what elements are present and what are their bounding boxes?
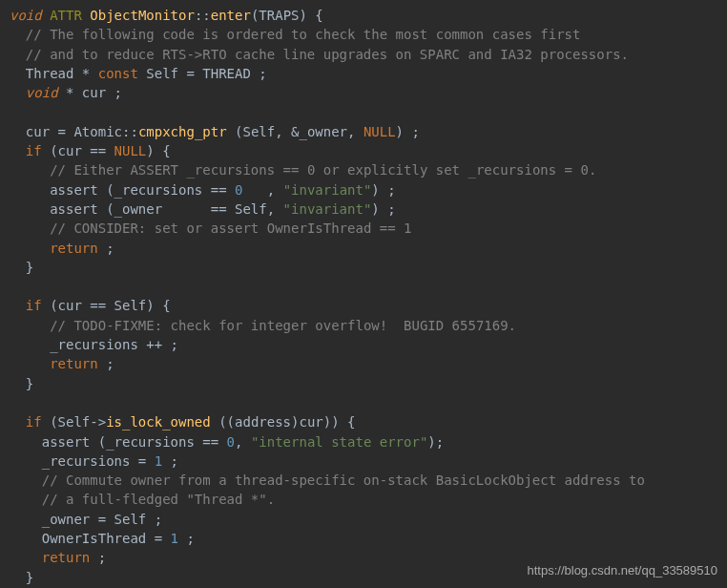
string-literal: "invariant" [283,201,372,217]
semi: ; [162,453,178,469]
decl-self: Self = THREAD ; [138,66,267,81]
decl-thread: Thread * [26,66,98,81]
null-literal: NULL [364,124,396,139]
cond-end: ((address)cur)) { [211,414,356,430]
keyword-void: void [10,8,42,23]
class-name: ObjectMonitor [90,8,195,23]
cond: (Self-> [42,414,106,430]
comment: // TODO-FIXME: check for integer overflo… [50,318,516,333]
keyword-return: return [50,356,98,371]
assert-end: ) ; [371,182,395,198]
fn-enter: enter [211,8,251,23]
keyword-return: return [50,241,98,256]
watermark-text: https://blog.csdn.net/qq_33589510 [528,562,718,580]
assert-end: ) ; [371,201,395,217]
brace-close: } [26,570,33,585]
param-traps: TRAPS [259,8,299,23]
paren-close-brace: ) { [300,8,323,23]
decl-cur: * cur ; [58,85,122,100]
stmt: _recursions = [42,453,155,469]
string-literal: "internal state error" [251,434,427,450]
args-end: ) ; [396,124,420,139]
assert-call: assert (_recursions == [50,182,235,198]
assert-call: assert (_recursions == [42,434,227,450]
assign-cur: cur = Atomic:: [26,124,138,139]
comment: // CONSIDER: set or assert OwnerIsThread… [50,220,411,236]
keyword-if: if [26,298,42,313]
keyword-if: if [26,143,42,158]
macro-attr: ATTR [50,8,82,23]
cond: (cur == [42,143,114,158]
keyword-const: const [98,66,138,81]
number-literal: 1 [155,453,162,469]
brace-close: } [26,376,33,391]
code-block: void ATTR ObjectMonitor::enter(TRAPS) { … [0,0,727,588]
comment: // The following code is ordered to chec… [26,27,581,42]
assert-sep: , [242,182,282,198]
null-literal: NULL [114,143,147,158]
scope-op: :: [195,8,211,23]
assert-sep: , [235,434,251,450]
number-literal: 1 [171,531,178,546]
stmt: _owner = Self ; [42,512,162,527]
keyword-void: void [26,85,58,100]
args: (Self, &_owner, [227,124,364,139]
semi: ; [178,531,195,546]
assert-call: assert (_owner == Self, [50,201,282,217]
cond: (cur == Self) { [42,298,171,313]
semi: ; [98,241,114,256]
keyword-if: if [26,414,42,430]
brace-close: } [26,260,33,275]
fn-cmpxchg: cmpxchg_ptr [138,124,227,139]
comment: // Commute owner from a thread-specific … [42,472,645,488]
assert-end: ); [427,434,444,450]
cond-end: ) { [146,143,170,158]
fn-is-lock-owned: is_lock_owned [106,414,211,430]
keyword-return: return [42,550,91,565]
comment: // a full-fledged "Thread *". [42,492,275,507]
stmt: OwnerIsThread = [42,531,171,546]
comment: // Either ASSERT _recursions == 0 or exp… [50,162,596,178]
string-literal: "invariant" [283,182,372,198]
semi: ; [98,356,114,371]
number-literal: 0 [227,434,235,450]
semi: ; [90,550,106,565]
comment: // and to reduce RTS->RTO cache line upg… [26,47,629,62]
stmt: _recursions ++ ; [50,337,178,352]
